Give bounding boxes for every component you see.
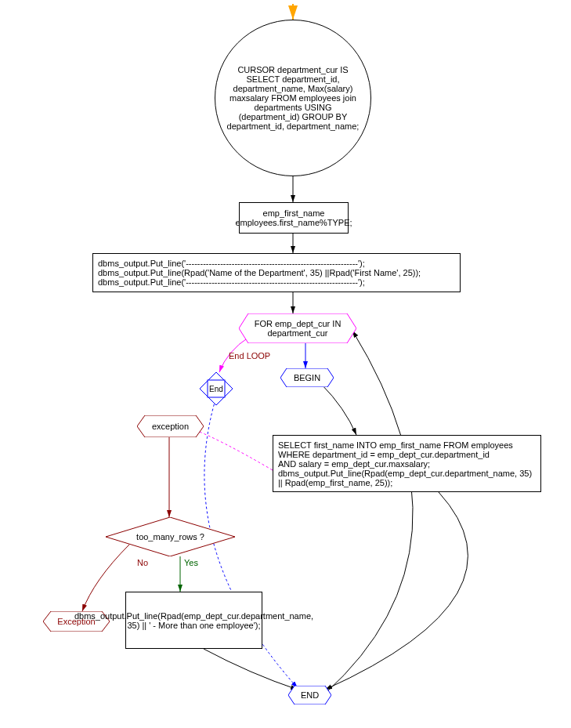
- cursor-definition-node: CURSOR department_cur IS SELECT departme…: [215, 20, 371, 176]
- end-loop-label: End LOOP: [229, 351, 270, 360]
- exception-node: exception: [137, 415, 204, 437]
- end-block-text: END: [288, 690, 331, 700]
- for-loop-text: FOR emp_dept_cur IN department_cur: [239, 319, 356, 338]
- output-more-node: dbms_output.Put_line(Rpad(emp_dept_cur.d…: [125, 592, 262, 649]
- end-block-node: END: [288, 686, 331, 704]
- variable-declaration-node: emp_first_name employees.first_name%TYPE…: [239, 202, 349, 234]
- cursor-definition-text: CURSOR department_cur IS SELECT departme…: [223, 65, 363, 131]
- select-block-text: SELECT first_name INTO emp_first_name FR…: [278, 440, 536, 487]
- for-loop-node: FOR emp_dept_cur IN department_cur: [239, 313, 356, 343]
- no-label: No: [137, 558, 148, 567]
- output-more-text: dbms_output.Put_line(Rpad(emp_dept_cur.d…: [74, 611, 313, 630]
- exception-text: exception: [137, 422, 204, 431]
- yes-label: Yes: [184, 558, 198, 567]
- too-many-rows-node: too_many_rows ?: [106, 517, 235, 556]
- too-many-rows-text: too_many_rows ?: [106, 532, 235, 541]
- output-header-node: dbms_output.Put_line('------------------…: [92, 253, 461, 292]
- output-header-text: dbms_output.Put_line('------------------…: [98, 259, 421, 287]
- end-small-node: End: [200, 372, 233, 405]
- begin-text: BEGIN: [280, 373, 334, 382]
- begin-node: BEGIN: [280, 368, 334, 387]
- end-small-text: End: [200, 385, 233, 393]
- select-block-node: SELECT first_name INTO emp_first_name FR…: [273, 435, 541, 492]
- variable-declaration-text: emp_first_name employees.first_name%TYPE…: [235, 208, 352, 227]
